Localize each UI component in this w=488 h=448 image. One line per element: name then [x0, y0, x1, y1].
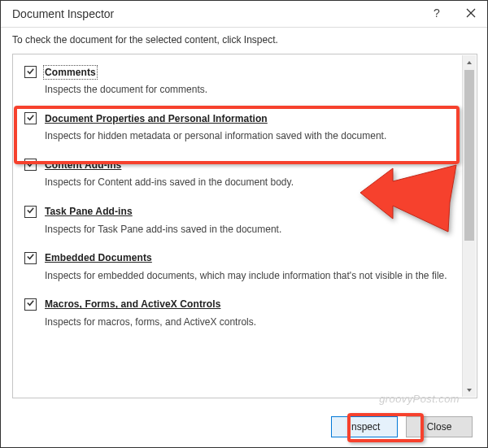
content-area: Comments Inspects the document for comme…: [1, 54, 487, 398]
instruction-text: To check the document for the selected c…: [1, 28, 487, 54]
dialog-footer: Inspect Close: [1, 408, 487, 447]
option-desc: Inspects for embedded documents, which m…: [24, 269, 468, 282]
vertical-scrollbar[interactable]: [462, 55, 476, 397]
checkbox-comments[interactable]: [24, 66, 37, 78]
option-title: Content Add-ins: [45, 159, 121, 171]
option-comments: Comments Inspects the document for comme…: [21, 59, 470, 106]
close-dialog-button[interactable]: Close: [406, 416, 473, 437]
option-title: Comments: [45, 67, 96, 78]
checkbox-content-addins[interactable]: [24, 159, 37, 171]
svg-marker-3: [467, 389, 472, 392]
option-title: Document Properties and Personal Informa…: [45, 113, 268, 124]
checkbox-embedded-docs[interactable]: [24, 252, 37, 264]
option-desc: Inspects the document for comments.: [24, 83, 468, 96]
option-desc: Inspects for macros, forms, and ActiveX …: [24, 315, 468, 328]
title-bar: Document Inspector ?: [1, 1, 487, 28]
svg-marker-2: [467, 61, 472, 64]
checkbox-doc-properties[interactable]: [24, 112, 37, 124]
check-icon: [26, 252, 35, 263]
check-icon: [26, 113, 35, 124]
option-content-addins: Content Add-ins Inspects for Content add…: [21, 152, 470, 198]
checkbox-macros[interactable]: [24, 298, 37, 311]
close-icon: [466, 8, 476, 20]
window-title: Document Inspector: [12, 7, 114, 20]
option-title: Macros, Forms, and ActiveX Controls: [45, 298, 220, 310]
options-list: Comments Inspects the document for comme…: [12, 54, 477, 398]
scrollbar-thumb[interactable]: [464, 70, 474, 241]
option-taskpane-addins: Task Pane Add-ins Inspects for Task Pane…: [21, 199, 470, 246]
watermark-text: groovyPost.com: [379, 393, 460, 405]
option-title: Embedded Documents: [45, 252, 152, 263]
window-controls: ?: [429, 6, 479, 22]
checkbox-taskpane-addins[interactable]: [24, 206, 37, 218]
check-icon: [26, 67, 35, 78]
option-macros: Macros, Forms, and ActiveX Controls Insp…: [21, 292, 470, 338]
scroll-up-icon: [463, 55, 476, 69]
check-icon: [26, 298, 35, 310]
option-doc-properties: Document Properties and Personal Informa…: [21, 106, 470, 152]
option-desc: Inspects for hidden metadata or personal…: [24, 129, 468, 142]
check-icon: [26, 159, 35, 171]
option-desc: Inspects for Task Pane add-ins saved in …: [24, 223, 468, 236]
option-title: Task Pane Add-ins: [45, 206, 133, 217]
check-icon: [26, 206, 35, 217]
close-button[interactable]: [463, 6, 479, 22]
option-desc: Inspects for Content add-ins saved in th…: [24, 176, 468, 189]
option-embedded-docs: Embedded Documents Inspects for embedded…: [21, 246, 470, 292]
scroll-down-icon: [463, 383, 476, 397]
inspect-button[interactable]: Inspect: [331, 416, 398, 437]
help-button[interactable]: ?: [429, 6, 445, 22]
